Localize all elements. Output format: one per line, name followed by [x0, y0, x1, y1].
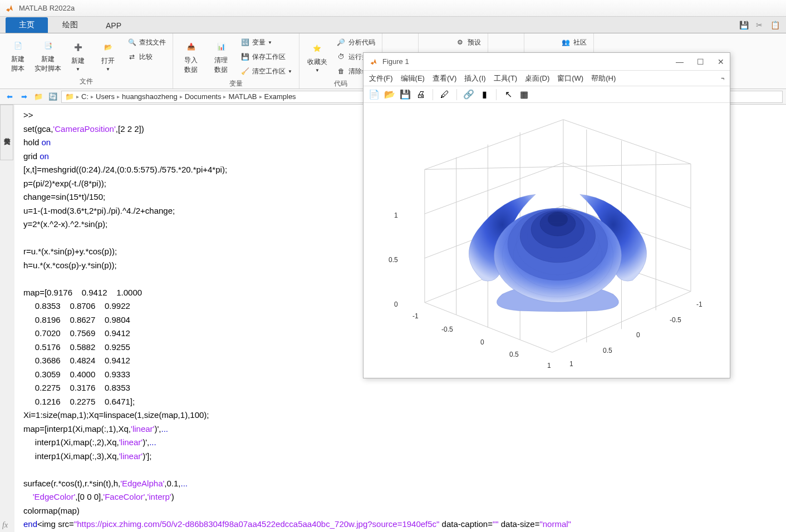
edit-plot-icon[interactable]: 🖊	[439, 88, 451, 101]
svg-line-6	[425, 163, 563, 214]
preferences-button[interactable]: ⚙预设	[453, 36, 483, 49]
tab-apps[interactable]: APP	[92, 18, 135, 33]
analyze-code-button[interactable]: 🔎分析代码	[334, 36, 377, 49]
clean-data-button[interactable]: 📊清理 数据	[208, 36, 234, 78]
y-tick: -0.5	[670, 316, 681, 324]
menu-overflow-icon[interactable]: ¬	[721, 75, 724, 81]
z-tick: 1	[394, 211, 398, 219]
rose-surface-plot	[363, 103, 730, 378]
ribbon-group-var-label: 变量	[178, 78, 294, 88]
new-button[interactable]: ➕新建▼	[65, 36, 91, 76]
compare-button[interactable]: ⇄比较	[125, 50, 168, 63]
menu-window[interactable]: 窗口(W)	[557, 73, 583, 83]
menu-tools[interactable]: 工具(T)	[494, 73, 518, 83]
figure-titlebar[interactable]: Figure 1 — ☐ ✕	[363, 53, 730, 71]
x-tick: 1	[547, 362, 551, 370]
nav-back-button[interactable]: ⬅	[3, 91, 16, 103]
favorites-button[interactable]: ⭐收藏夹▼	[304, 36, 331, 78]
folder-icon: 📁	[65, 92, 74, 101]
close-button[interactable]: ✕	[718, 57, 724, 66]
new-script-button[interactable]: 📄新建 脚本	[4, 36, 31, 76]
import-data-button[interactable]: 📥导入 数据	[178, 36, 204, 78]
matlab-logo-icon	[369, 57, 378, 66]
y-tick: 0.5	[603, 347, 612, 354]
svg-line-8	[563, 163, 691, 209]
insert-legend-icon[interactable]: ▦	[518, 88, 530, 101]
pointer-icon[interactable]: ↖	[502, 88, 514, 101]
menu-insert[interactable]: 插入(I)	[464, 73, 485, 83]
x-tick: 0	[480, 338, 484, 346]
x-tick: -0.5	[441, 326, 453, 333]
open-figure-icon[interactable]: 📂	[384, 88, 396, 101]
insert-colorbar-icon[interactable]: ▮	[478, 88, 490, 101]
tab-plots[interactable]: 绘图	[49, 17, 91, 33]
community-button[interactable]: 👥社区	[559, 36, 589, 49]
crumb-users[interactable]: Users	[96, 92, 115, 101]
maximize-button[interactable]: ☐	[697, 57, 704, 66]
save-icon[interactable]: 💾	[738, 19, 749, 31]
z-tick: 0	[394, 301, 398, 308]
figure-window[interactable]: Figure 1 — ☐ ✕ 文件(F) 编辑(E) 查看(V) 插入(I) 工…	[363, 52, 730, 378]
y-tick: 1	[569, 360, 573, 368]
new-live-script-button[interactable]: 📑新建 实时脚本	[35, 36, 61, 76]
matlab-logo-icon	[4, 3, 14, 13]
new-figure-icon[interactable]: 📄	[368, 88, 380, 101]
crumb-examples[interactable]: Examples	[264, 92, 296, 101]
current-folder-tab[interactable]: 当前文件夹	[0, 105, 13, 160]
fx-prompt-icon: fx	[2, 521, 8, 530]
app-title: MATLAB R2022a	[19, 4, 75, 12]
menu-view[interactable]: 查看(V)	[433, 73, 456, 83]
link-icon[interactable]: 🔗	[463, 88, 475, 101]
crumb-matlab[interactable]: MATLAB	[228, 92, 257, 101]
y-tick: 0	[636, 331, 640, 339]
nav-up-button[interactable]: 📁	[32, 91, 45, 103]
save-figure-icon[interactable]: 💾	[399, 88, 411, 101]
clear-workspace-button[interactable]: 🧹清空工作区 ▼	[238, 65, 294, 78]
nav-refresh-button[interactable]: 🔄	[47, 91, 59, 103]
minimize-button[interactable]: —	[676, 57, 684, 66]
open-button[interactable]: 📂打开▼	[95, 36, 121, 76]
ribbon-group-file-label: 文件	[4, 76, 168, 86]
print-icon[interactable]: 🖨	[415, 88, 427, 101]
nav-forward-button[interactable]: ➡	[18, 91, 30, 103]
figure-toolbar: 📄 📂 💾 🖨 🖊 🔗 ▮ ↖ ▦	[363, 86, 730, 103]
tab-home[interactable]: 主页	[6, 17, 48, 33]
svg-marker-4	[425, 120, 691, 170]
crumb-documents[interactable]: Documents	[185, 92, 222, 101]
z-tick: 0.5	[389, 256, 398, 264]
figure-canvas[interactable]: 0 0.5 1 -1 -0.5 0 0.5 1 -1 -0.5 0 0.5 1	[363, 103, 730, 378]
save-workspace-button[interactable]: 💾保存工作区	[238, 50, 294, 63]
find-files-button[interactable]: 🔍查找文件	[125, 36, 168, 49]
crumb-drive[interactable]: C:	[81, 92, 89, 101]
variable-button[interactable]: 🔣变量 ▼	[238, 36, 294, 49]
menu-edit[interactable]: 编辑(E)	[401, 73, 425, 83]
main-tabstrip: 主页 绘图 APP 💾 ✂ 📋	[0, 17, 786, 33]
title-bar: MATLAB R2022a	[0, 0, 786, 17]
menu-file[interactable]: 文件(F)	[369, 73, 393, 83]
menu-desktop[interactable]: 桌面(D)	[525, 73, 549, 83]
y-tick: -1	[696, 301, 703, 308]
crumb-user[interactable]: huangshaozheng	[122, 92, 178, 101]
figure-menubar: 文件(F) 编辑(E) 查看(V) 插入(I) 工具(T) 桌面(D) 窗口(W…	[363, 71, 730, 86]
cut-icon[interactable]: ✂	[754, 19, 765, 31]
copy-icon[interactable]: 📋	[769, 19, 780, 31]
x-tick: -1	[412, 312, 419, 320]
figure-title: Figure 1	[382, 57, 409, 66]
menu-help[interactable]: 帮助(H)	[591, 73, 616, 83]
x-tick: 0.5	[509, 351, 519, 358]
